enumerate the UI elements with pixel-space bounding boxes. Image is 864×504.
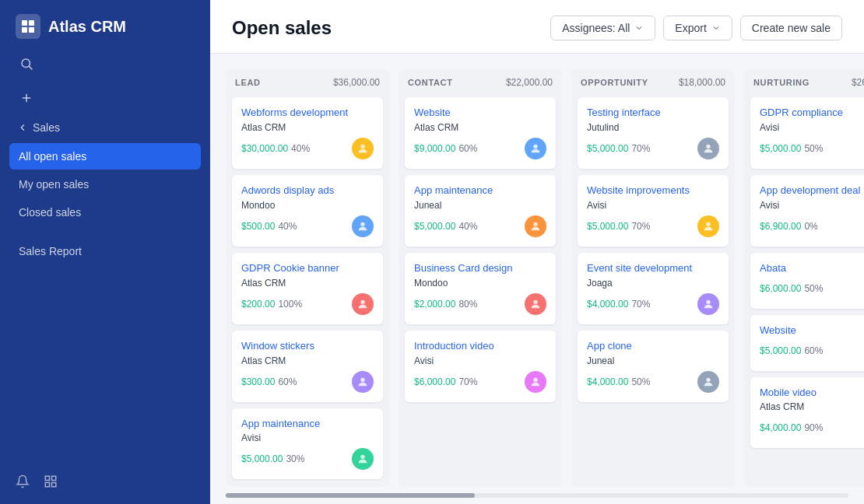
avatar	[352, 448, 374, 470]
card-title: App maintenance	[414, 184, 546, 198]
card-footer: $500.0040%	[241, 215, 374, 237]
table-row[interactable]: Business Card designMondoo$2,000.0080%	[405, 253, 556, 324]
table-row[interactable]: GDPR complianceAvisi$5,000.0050%	[750, 97, 864, 169]
table-row[interactable]: Mobile videoAtlas CRM$4,000.0090%	[750, 377, 864, 449]
card-company: Avisi	[760, 122, 864, 133]
card-amount: $6,000.00	[760, 283, 801, 294]
card-company: Juneal	[414, 200, 546, 211]
nav-my-open-sales[interactable]: My open sales	[9, 171, 201, 198]
card-title: Webforms development	[241, 107, 374, 120]
card-company: Jutulind	[587, 122, 719, 133]
column-header-opportunity: OPPORTUNITY$18,000.00	[571, 69, 735, 94]
card-percent: 50%	[804, 143, 823, 154]
logo-icon	[16, 14, 40, 39]
card-title: Website improvements	[587, 184, 719, 198]
card-title: Website	[414, 107, 546, 120]
card-amount: $5,000.00	[760, 345, 801, 356]
card-footer: $4,000.0090%	[760, 417, 864, 439]
card-company: Mondoo	[414, 278, 546, 289]
card-company: Mondoo	[241, 200, 374, 211]
card-footer: $2,000.0080%	[414, 293, 546, 315]
card-percent: 60%	[278, 376, 297, 387]
card-footer: $5,000.0060%	[760, 340, 864, 362]
header-actions: Assignees: All Export Create new sale	[550, 16, 842, 40]
card-footer: $200.00100%	[241, 293, 374, 315]
card-title: Abata	[760, 262, 864, 275]
logo-area: Atlas CRM	[0, 0, 210, 53]
card-title: App clone	[587, 340, 719, 353]
nav-closed-sales[interactable]: Closed sales	[9, 199, 201, 226]
column-label-nurturing: NURTURING	[753, 78, 810, 87]
grid-icon[interactable]	[44, 474, 58, 492]
svg-rect-1	[29, 20, 34, 26]
table-row[interactable]: Abata$6,000.0050%	[750, 253, 864, 309]
table-row[interactable]: App cloneJuneal$4,000.0050%	[578, 331, 729, 402]
nav-back-sales[interactable]: Sales	[9, 117, 201, 138]
avatar	[352, 215, 374, 237]
card-company: Avisi	[760, 200, 864, 211]
table-row[interactable]: WebsiteAtlas CRM$9,000.0060%	[405, 97, 556, 169]
avatar	[697, 371, 719, 393]
scrollbar-track	[226, 493, 848, 498]
table-row[interactable]: App development dealAvisi$6,900.000%	[750, 175, 864, 247]
table-row[interactable]: Introduction videoAvisi$6,000.0070%	[405, 331, 556, 402]
app-title: Atlas CRM	[48, 18, 126, 36]
card-amount: $5,000.00	[587, 143, 628, 154]
card-footer: $300.0060%	[241, 371, 374, 393]
svg-point-14	[360, 299, 364, 303]
table-row[interactable]: Testing interfaceJutulind$5,000.0070%	[578, 97, 729, 169]
card-amount: $4,000.00	[587, 299, 628, 310]
card-amount: $500.00	[241, 221, 275, 232]
card-footer: $6,000.0050%	[760, 278, 864, 299]
column-opportunity: OPPORTUNITY$18,000.00Testing interfaceJu…	[571, 69, 735, 487]
card-footer: $6,900.000%	[760, 215, 864, 237]
table-row[interactable]: GDPR Cookie bannerAtlas CRM$200.00100%	[232, 253, 383, 324]
table-row[interactable]: Website$5,000.0060%	[750, 315, 864, 371]
table-row[interactable]: Adwords display adsMondoo$500.0040%	[232, 175, 383, 247]
nav-sales-report[interactable]: Sales Report	[9, 238, 201, 264]
column-label-lead: LEAD	[235, 78, 261, 87]
column-cards-contact: WebsiteAtlas CRM$9,000.0060%App maintena…	[399, 94, 562, 487]
avatar	[525, 371, 546, 393]
column-header-contact: CONTACT$22,000.00	[399, 69, 562, 94]
table-row[interactable]: Window stickersAtlas CRM$300.0060%	[232, 331, 383, 402]
table-row[interactable]: Webforms developmentAtlas CRM$30,000.004…	[232, 97, 383, 169]
nav-all-open-sales[interactable]: All open sales	[9, 143, 201, 170]
card-percent: 80%	[458, 299, 477, 310]
avatar	[697, 138, 719, 159]
column-total-opportunity: $18,000.00	[679, 77, 725, 88]
table-row[interactable]: Website improvementsAvisi$5,000.0070%	[578, 175, 729, 247]
card-company: Avisi	[414, 355, 546, 366]
table-row[interactable]: Event site developmentJoaga$4,000.0070%	[578, 253, 729, 324]
card-title: App development deal	[760, 184, 864, 198]
card-percent: 70%	[458, 376, 477, 387]
sidebar-nav: Sales All open sales My open sales Close…	[0, 117, 210, 462]
svg-point-17	[533, 145, 537, 149]
card-percent: 70%	[631, 299, 650, 310]
sidebar-bottom	[0, 462, 210, 504]
svg-point-12	[360, 145, 364, 149]
column-header-nurturing: NURTURING$26,900.00	[744, 69, 864, 94]
page-title: Open sales	[232, 17, 332, 39]
export-button[interactable]: Export	[663, 16, 732, 40]
assignees-filter-button[interactable]: Assignees: All	[550, 16, 655, 40]
card-company: Juneal	[587, 355, 719, 366]
create-new-sale-button[interactable]: Create new sale	[740, 16, 842, 40]
table-row[interactable]: App maintenanceJuneal$5,000.0040%	[405, 175, 556, 247]
card-footer: $5,000.0030%	[241, 448, 374, 470]
card-amount: $5,000.00	[241, 453, 283, 464]
add-icon[interactable]	[16, 87, 37, 109]
search-icon[interactable]	[16, 53, 37, 75]
table-row[interactable]: App maintenanceAvisi$5,000.0030%	[232, 408, 383, 480]
card-percent: 90%	[804, 422, 823, 433]
card-amount: $4,000.00	[587, 376, 628, 387]
card-amount: $2,000.00	[414, 299, 455, 310]
scrollbar-thumb[interactable]	[226, 493, 475, 498]
card-percent: 40%	[278, 221, 297, 232]
card-percent: 40%	[458, 221, 477, 232]
card-company: Avisi	[241, 432, 374, 443]
card-amount: $5,000.00	[587, 221, 628, 232]
avatar	[352, 138, 374, 159]
notification-icon[interactable]	[16, 474, 30, 492]
svg-rect-2	[22, 27, 27, 33]
